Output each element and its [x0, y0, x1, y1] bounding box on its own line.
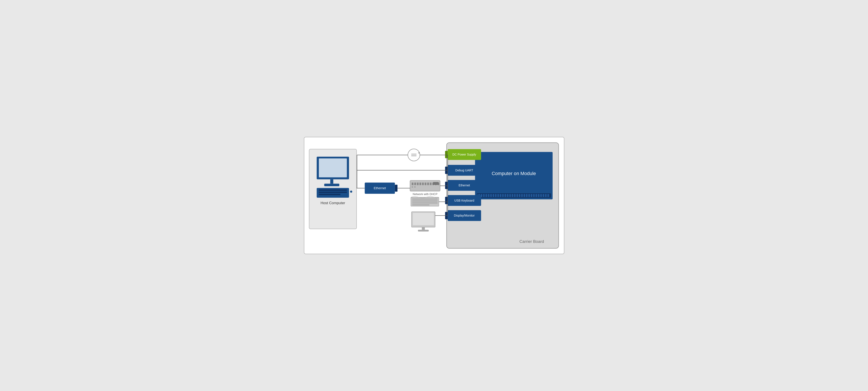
svg-text:Ethernet: Ethernet — [374, 186, 386, 190]
svg-text:Debug UART: Debug UART — [455, 169, 473, 172]
svg-rect-49 — [498, 194, 499, 197]
svg-rect-73 — [539, 194, 540, 197]
svg-rect-48 — [496, 194, 497, 197]
svg-rect-44 — [490, 194, 491, 197]
svg-rect-37 — [477, 194, 478, 197]
svg-text:USB Keyboard: USB Keyboard — [454, 199, 474, 202]
svg-rect-40 — [483, 194, 484, 197]
svg-rect-15 — [410, 180, 440, 191]
svg-rect-19 — [420, 183, 421, 185]
svg-rect-96 — [445, 181, 447, 189]
svg-rect-21 — [425, 183, 426, 185]
svg-rect-24 — [432, 183, 434, 185]
svg-rect-111 — [413, 213, 434, 225]
svg-rect-55 — [508, 194, 509, 197]
svg-rect-7 — [319, 192, 347, 193]
svg-rect-63 — [522, 194, 523, 197]
svg-text:Network with DHCP: Network with DHCP — [413, 192, 437, 196]
svg-rect-4 — [324, 184, 339, 186]
svg-rect-29 — [433, 182, 438, 185]
svg-rect-113 — [418, 230, 429, 231]
svg-rect-58 — [514, 194, 515, 197]
svg-rect-42 — [486, 194, 487, 197]
svg-rect-102 — [412, 199, 437, 200]
svg-rect-13 — [395, 185, 397, 192]
svg-rect-57 — [512, 194, 513, 197]
svg-rect-26 — [437, 183, 439, 185]
svg-rect-41 — [485, 194, 485, 197]
svg-rect-64 — [524, 194, 525, 197]
svg-rect-38 — [479, 194, 480, 197]
svg-text:Ethernet: Ethernet — [458, 184, 470, 187]
diagram-container: Host Computer Ethernet Network with DHCP — [304, 137, 564, 254]
svg-text:+: + — [418, 151, 420, 155]
svg-rect-52 — [503, 194, 504, 197]
svg-rect-94 — [447, 180, 481, 191]
svg-rect-51 — [502, 194, 502, 197]
svg-rect-101 — [411, 197, 439, 206]
svg-point-82 — [408, 149, 420, 161]
svg-rect-103 — [412, 200, 437, 202]
svg-rect-6 — [319, 189, 347, 191]
svg-rect-65 — [526, 194, 527, 197]
svg-rect-5 — [317, 188, 349, 198]
svg-rect-109 — [445, 212, 447, 219]
svg-rect-66 — [527, 194, 528, 197]
svg-rect-34 — [475, 152, 552, 199]
svg-rect-62 — [521, 194, 522, 197]
svg-text:Display/Monitor: Display/Monitor — [454, 214, 475, 217]
svg-rect-76 — [545, 194, 546, 197]
svg-rect-53 — [505, 194, 506, 197]
svg-rect-50 — [500, 194, 501, 197]
svg-rect-68 — [531, 194, 532, 197]
svg-rect-27 — [411, 186, 413, 188]
svg-rect-25 — [435, 183, 436, 185]
svg-rect-61 — [519, 194, 520, 197]
svg-rect-110 — [411, 212, 435, 227]
svg-rect-112 — [422, 227, 425, 230]
svg-rect-47 — [495, 194, 496, 197]
svg-rect-22 — [427, 183, 429, 185]
svg-rect-20 — [422, 183, 424, 185]
svg-text:Computer on Module: Computer on Module — [492, 171, 536, 176]
svg-text:Host Computer: Host Computer — [320, 201, 345, 205]
svg-rect-100 — [445, 197, 447, 204]
svg-rect-78 — [548, 194, 549, 197]
svg-rect-89 — [447, 165, 481, 176]
svg-rect-79 — [447, 149, 481, 160]
svg-rect-69 — [533, 194, 533, 197]
svg-rect-1 — [317, 157, 349, 179]
svg-rect-2 — [319, 158, 347, 177]
svg-rect-28 — [414, 186, 415, 188]
svg-rect-56 — [510, 194, 511, 197]
svg-rect-46 — [493, 194, 494, 197]
svg-rect-60 — [517, 194, 518, 197]
svg-rect-16 — [411, 183, 413, 185]
svg-rect-107 — [447, 210, 481, 221]
svg-rect-98 — [447, 195, 481, 206]
svg-rect-36 — [477, 193, 551, 198]
svg-rect-45 — [491, 194, 492, 197]
svg-rect-23 — [430, 183, 432, 185]
svg-point-9 — [350, 191, 352, 193]
svg-rect-18 — [417, 183, 418, 185]
svg-rect-3 — [330, 179, 333, 184]
svg-rect-72 — [538, 194, 539, 197]
svg-rect-0 — [309, 149, 356, 229]
svg-rect-105 — [412, 204, 429, 205]
svg-rect-74 — [541, 194, 542, 197]
svg-rect-43 — [488, 194, 489, 197]
svg-rect-17 — [414, 183, 416, 185]
svg-rect-59 — [516, 194, 516, 197]
svg-text:Carrier Board: Carrier Board — [519, 239, 544, 244]
svg-rect-8 — [319, 194, 340, 195]
svg-rect-67 — [529, 194, 530, 197]
svg-rect-75 — [543, 194, 544, 197]
svg-rect-54 — [507, 194, 508, 197]
svg-rect-91 — [445, 167, 447, 174]
svg-rect-70 — [534, 194, 535, 197]
svg-rect-104 — [412, 202, 437, 203]
svg-rect-39 — [481, 194, 482, 197]
svg-rect-11 — [365, 183, 395, 194]
svg-text:DC Power Supply: DC Power Supply — [452, 153, 476, 156]
